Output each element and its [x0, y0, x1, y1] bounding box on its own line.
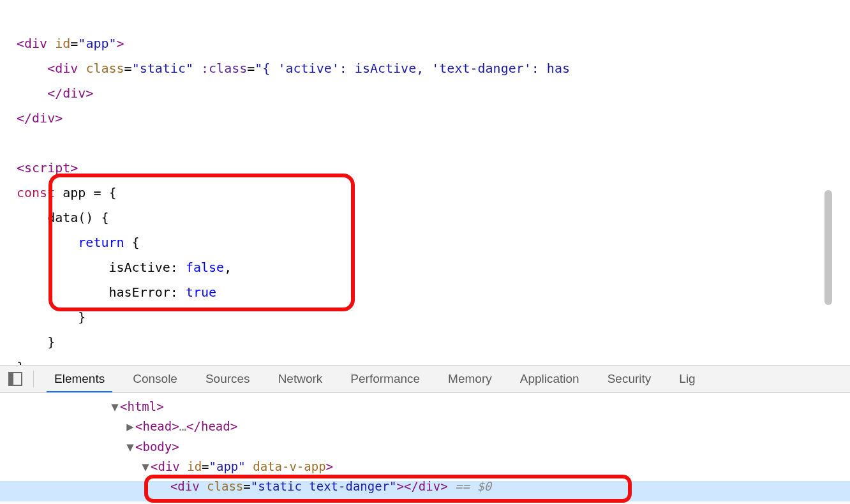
code-token: [17, 235, 78, 250]
code-token: class: [86, 61, 124, 76]
dom-token: class: [207, 479, 243, 493]
tab-label: Memory: [448, 372, 492, 386]
dom-row-selected[interactable]: <div class="static text-danger"></div> =…: [110, 477, 850, 496]
dom-ellipsis: …: [179, 419, 186, 433]
tab-network[interactable]: Network: [264, 366, 337, 392]
dom-row-app[interactable]: ▼<div id="app" data-v-app>: [110, 457, 850, 477]
expand-toggle-icon[interactable]: ▼: [140, 457, 151, 477]
code-token: data() {: [17, 210, 109, 225]
expand-toggle-icon[interactable]: ▼: [110, 397, 120, 417]
tab-console[interactable]: Console: [119, 366, 191, 392]
code-token: </div>: [17, 85, 93, 101]
dom-token: <div: [170, 479, 207, 493]
code-token: }: [17, 359, 24, 365]
tab-lighthouse[interactable]: Lig: [665, 366, 709, 392]
code-token: =: [70, 36, 78, 51]
dom-token: "app": [209, 459, 246, 473]
code-token: }: [17, 334, 55, 350]
dom-token: <div: [151, 459, 187, 473]
code-token: ,: [224, 260, 232, 275]
dom-token: <html>: [120, 399, 164, 413]
dom-token: =: [202, 459, 209, 473]
code-token: <div: [17, 61, 86, 76]
code-token: </div>: [17, 110, 63, 126]
expand-toggle-icon[interactable]: ▶: [125, 417, 135, 436]
dom-token: "static text-danger": [251, 479, 397, 493]
dom-token: >: [397, 479, 404, 493]
selected-dollar-zero: == $0: [448, 479, 492, 493]
dom-token: <body>: [135, 440, 179, 454]
dom-token: </div>: [404, 479, 448, 493]
code-token: id: [55, 36, 70, 51]
tab-label: Console: [133, 372, 177, 386]
tab-elements[interactable]: Elements: [40, 366, 119, 392]
right-gutter: [818, 6, 846, 361]
code-token: isActive:: [17, 260, 186, 275]
tab-label: Lig: [679, 372, 695, 386]
svg-rect-1: [9, 373, 13, 385]
tab-label: Sources: [205, 372, 250, 386]
code-token: "static": [132, 61, 193, 76]
tab-performance[interactable]: Performance: [336, 366, 434, 392]
code-token: return: [78, 235, 124, 250]
dom-token: data-v-app: [253, 459, 325, 473]
code-token: {: [124, 235, 140, 250]
code-token: }: [17, 309, 86, 325]
code-token: >: [117, 36, 124, 51]
dom-token: =: [243, 479, 250, 493]
dom-token: <head>: [135, 419, 179, 433]
dom-token: id: [187, 459, 202, 473]
code-token: app = {: [55, 185, 116, 200]
tab-label: Network: [278, 372, 323, 386]
tab-label: Performance: [350, 372, 420, 386]
dom-row-body[interactable]: ▼<body>: [110, 437, 850, 457]
devtools-tabbar: Elements Console Sources Network Perform…: [0, 365, 850, 393]
tab-security[interactable]: Security: [593, 366, 666, 392]
dock-side-icon[interactable]: [6, 370, 24, 388]
code-token: <div: [17, 36, 55, 51]
code-token: =: [124, 61, 132, 76]
elements-dom-tree[interactable]: ▼<html> ▶<head>…</head> ▼<body> ▼<div id…: [0, 393, 850, 504]
dom-row-html[interactable]: ▼<html>: [110, 397, 850, 417]
code-token: false: [186, 260, 224, 275]
code-token: "app": [78, 36, 116, 51]
dom-row-head[interactable]: ▶<head>…</head>: [110, 417, 850, 436]
code-token: "{ 'active': isActive, 'text-danger': ha…: [255, 61, 570, 76]
tab-sources[interactable]: Sources: [191, 366, 264, 392]
code-token: <script>: [17, 160, 78, 175]
tab-memory[interactable]: Memory: [434, 366, 506, 392]
expand-toggle-icon[interactable]: ▼: [125, 437, 135, 457]
code-token: hasError:: [17, 285, 186, 300]
dom-token: [246, 459, 253, 473]
tab-label: Application: [520, 372, 579, 386]
tab-label: Security: [608, 372, 652, 386]
code-token: :class: [201, 61, 247, 76]
source-code-pane: <div id="app"> <div class="static" :clas…: [0, 0, 850, 365]
tab-application[interactable]: Application: [506, 366, 593, 392]
code-token: const: [17, 185, 55, 200]
code-token: true: [186, 285, 216, 300]
tabbar-divider: [33, 371, 34, 387]
code-token: [193, 61, 201, 76]
tab-label: Elements: [54, 372, 105, 386]
dom-token: >: [326, 459, 333, 473]
scroll-thumb[interactable]: [824, 190, 832, 305]
dom-token: </head>: [186, 419, 237, 433]
code-token: =: [247, 61, 255, 76]
